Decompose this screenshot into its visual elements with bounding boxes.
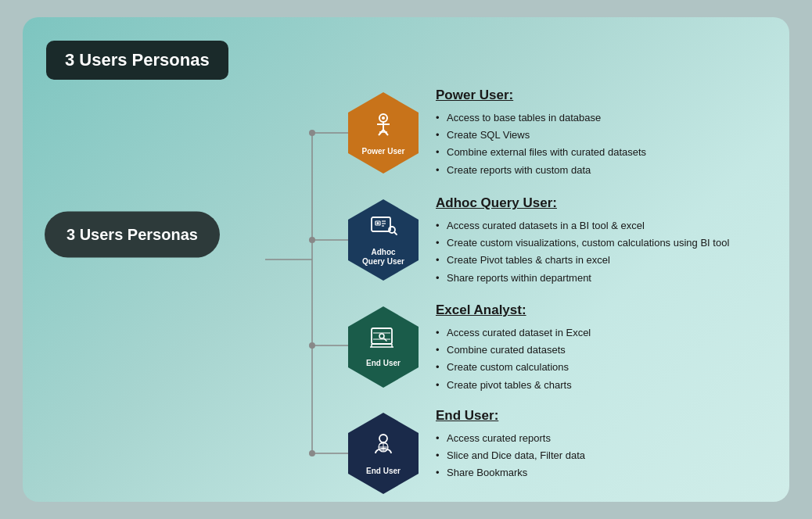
list-item: Create Pivot tables & charts in excel bbox=[436, 252, 772, 269]
svg-line-25 bbox=[394, 232, 397, 234]
info-end-user: End User: Access curated reports Slice a… bbox=[436, 408, 764, 482]
excel-analyst-icon bbox=[369, 327, 397, 356]
svg-point-36 bbox=[379, 435, 387, 442]
info-excel-analyst-title: Excel Analyst: bbox=[436, 302, 764, 318]
list-item: Access to base tables in database bbox=[436, 109, 764, 127]
adhoc-user-icon bbox=[368, 214, 398, 245]
persona-power-user: Power User bbox=[348, 92, 419, 174]
end-user-icon bbox=[369, 431, 397, 464]
hex-power-user: Power User bbox=[348, 92, 419, 174]
svg-point-20 bbox=[377, 222, 379, 224]
info-adhoc-user: Adhoc Query User: Access curated dataset… bbox=[436, 195, 772, 287]
info-excel-analyst: Excel Analyst: Access curated dataset in… bbox=[436, 302, 764, 394]
list-item: Access curated dataset in Excel bbox=[436, 324, 764, 342]
hex-end-user-label: End User bbox=[366, 467, 401, 476]
info-adhoc-user-title: Adhoc Query User: bbox=[436, 195, 772, 211]
svg-point-6 bbox=[309, 130, 315, 136]
list-item: Create pivot tables & charts bbox=[436, 377, 764, 394]
title-badge: 3 Users Personas bbox=[46, 41, 228, 80]
list-item: Share Bookmarks bbox=[436, 464, 764, 481]
list-item: Slice and Dice data, Filter data bbox=[436, 447, 764, 464]
center-label: 3 Users Personas bbox=[45, 212, 220, 258]
list-item: Access curated datasets in a BI tool & e… bbox=[436, 217, 772, 234]
hex-adhoc-user: Adhoc Query User bbox=[348, 199, 419, 281]
list-item: Create custom calculations bbox=[436, 359, 764, 376]
svg-point-8 bbox=[309, 342, 315, 349]
main-card: 3 Users Personas 3 Users Personas bbox=[23, 17, 789, 502]
hex-excel-analyst: End User bbox=[348, 306, 419, 388]
list-item: Share reports within department bbox=[436, 270, 772, 287]
info-power-user: Power User: Access to base tables in dat… bbox=[436, 88, 764, 179]
hex-end-user: End User bbox=[348, 413, 419, 494]
hex-excel-analyst-label: End User bbox=[366, 359, 401, 368]
svg-point-11 bbox=[382, 116, 385, 120]
list-item: Create custom visualizations, custom cal… bbox=[436, 234, 772, 252]
persona-end-user: End User bbox=[348, 413, 419, 494]
list-item: Combine external files with curated data… bbox=[436, 144, 764, 161]
list-item: Combine curated datasets bbox=[436, 342, 764, 359]
list-item: Access curated reports bbox=[436, 430, 764, 447]
info-end-user-title: End User: bbox=[436, 408, 764, 424]
hex-adhoc-user-label: Adhoc Query User bbox=[362, 248, 404, 267]
svg-point-9 bbox=[309, 450, 315, 456]
info-power-user-list: Access to base tables in database Create… bbox=[436, 109, 764, 179]
svg-point-7 bbox=[309, 237, 315, 243]
persona-excel-analyst: End User bbox=[348, 306, 419, 388]
page-title: 3 Users Personas bbox=[65, 50, 210, 70]
power-user-icon bbox=[369, 110, 397, 144]
svg-rect-27 bbox=[373, 330, 390, 342]
info-adhoc-user-list: Access curated datasets in a BI tool & e… bbox=[436, 217, 772, 287]
info-end-user-list: Access curated reports Slice and Dice da… bbox=[436, 430, 764, 482]
hex-power-user-label: Power User bbox=[361, 147, 404, 156]
info-power-user-title: Power User: bbox=[436, 88, 764, 103]
list-item: Create SQL Views bbox=[436, 127, 764, 144]
persona-adhoc-query: Adhoc Query User bbox=[348, 199, 419, 281]
info-excel-analyst-list: Access curated dataset in Excel Combine … bbox=[436, 324, 764, 394]
list-item: Create reports with custom data bbox=[436, 162, 764, 179]
